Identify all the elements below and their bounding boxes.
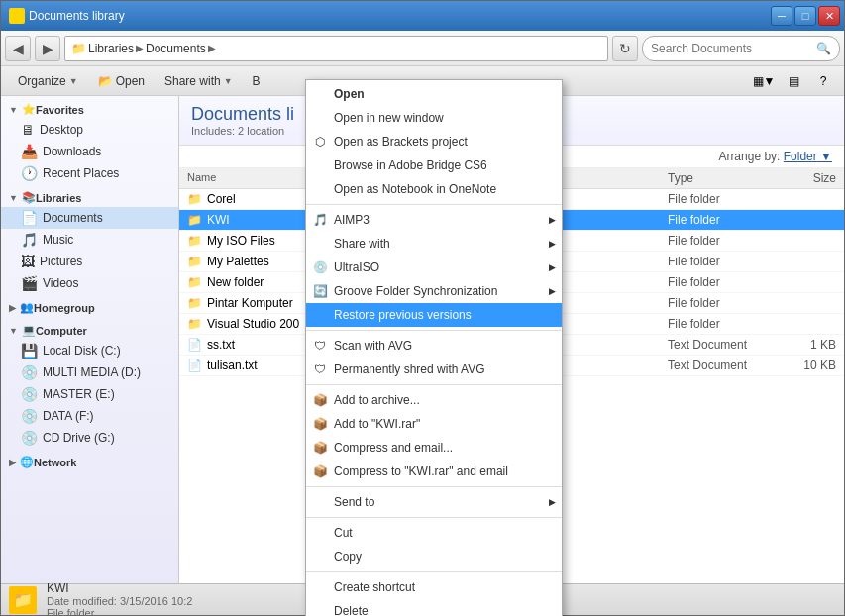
sidebar-section-computer: ▼ 💻 Computer 💾 Local Disk (C:) 💿 MULTI M… <box>1 321 178 449</box>
cm-item-label: Open in new window <box>334 111 444 125</box>
media-d-icon: 💿 <box>21 364 38 380</box>
sidebar-item-cd-g[interactable]: 💿 CD Drive (G:) <box>1 427 178 449</box>
sidebar-header-homegroup[interactable]: ▶ 👥 Homegroup <box>1 298 178 317</box>
sidebar-item-pictures[interactable]: 🖼 Pictures <box>1 251 178 272</box>
help-button[interactable]: ? <box>810 69 836 93</box>
cm-item-icon <box>312 110 328 126</box>
context-menu-separator <box>306 571 562 572</box>
arrange-by-button[interactable]: Folder ▼ <box>784 150 832 163</box>
context-menu-item-open-brackets[interactable]: ⬡ Open as Brackets project <box>306 130 562 154</box>
sidebar-item-master-e[interactable]: 💿 MASTER (E:) <box>1 383 178 405</box>
context-menu-item-restore-versions[interactable]: Restore previous versions <box>306 303 562 327</box>
sidebar-item-recent[interactable]: 🕐 Recent Places <box>1 162 178 184</box>
file-name-text: tulisan.txt <box>207 359 258 372</box>
open-button[interactable]: 📂 Open <box>89 69 154 93</box>
downloads-icon: 📥 <box>21 144 38 159</box>
cm-item-icon <box>312 549 328 565</box>
breadcrumb-documents: Documents <box>146 42 206 55</box>
address-bar[interactable]: 📁 Libraries ▶ Documents ▶ <box>64 36 608 61</box>
sidebar-item-documents[interactable]: 📄 Documents <box>1 207 178 229</box>
sidebar-section-libraries: ▼ 📚 Libraries 📄 Documents 🎵 Music 🖼 Pict… <box>1 188 178 294</box>
sidebar-header-favorites[interactable]: ▼ ⭐ Favorites <box>1 100 178 119</box>
refresh-button[interactable]: ↻ <box>612 36 638 61</box>
sidebar-item-downloads[interactable]: 📥 Downloads <box>1 141 178 162</box>
view-options-button[interactable]: ▦▼ <box>751 69 777 93</box>
context-menu-item-open[interactable]: Open <box>306 82 562 106</box>
cm-item-label: Add to archive... <box>334 393 420 407</box>
homegroup-icon: 👥 <box>20 301 34 314</box>
nav-toolbar: ◀ ▶ 📁 Libraries ▶ Documents ▶ ↻ 🔍 <box>1 31 844 66</box>
share-dropdown-icon: ▼ <box>224 76 233 86</box>
context-menu-item-compress-kwi-email[interactable]: 📦 Compress to "KWI.rar" and email <box>306 460 562 483</box>
context-menu-item-groove-sync[interactable]: 🔄 Groove Folder Synchronization <box>306 279 562 303</box>
sidebar-item-local-c[interactable]: 💾 Local Disk (C:) <box>1 340 178 361</box>
context-menu-item-cut[interactable]: Cut <box>306 521 562 545</box>
cm-item-label: Groove Folder Synchronization <box>334 284 497 298</box>
search-box[interactable]: 🔍 <box>642 36 840 61</box>
file-type: File folder <box>668 275 767 289</box>
sidebar-item-desktop[interactable]: 🖥 Desktop <box>1 119 178 141</box>
file-icon: 📁 <box>187 296 202 310</box>
sidebar-item-media-d[interactable]: 💿 MULTI MEDIA (D:) <box>1 361 178 383</box>
window: Documents library ─ □ ✕ ◀ ▶ 📁 Libraries … <box>0 0 845 616</box>
context-menu-item-compress-email[interactable]: 📦 Compress and email... <box>306 436 562 460</box>
maximize-button[interactable]: □ <box>794 6 816 26</box>
cm-item-label: Restore previous versions <box>334 308 472 322</box>
context-menu-item-open-onenote[interactable]: Open as Notebook in OneNote <box>306 177 562 201</box>
context-menu-item-send-to[interactable]: Send to <box>306 490 562 514</box>
cd-g-icon: 💿 <box>21 430 38 446</box>
sidebar-item-videos[interactable]: 🎬 Videos <box>1 272 178 294</box>
status-selected-name: KWI <box>47 581 192 595</box>
context-menu-item-add-archive[interactable]: 📦 Add to archive... <box>306 388 562 412</box>
context-menu-item-shred-avg[interactable]: 🛡 Permanently shred with AVG <box>306 358 562 381</box>
context-menu-item-open-new-window[interactable]: Open in new window <box>306 106 562 130</box>
close-button[interactable]: ✕ <box>818 6 840 26</box>
preview-pane-button[interactable]: ▤ <box>781 69 806 93</box>
back-button[interactable]: ◀ <box>5 36 31 61</box>
search-icon: 🔍 <box>816 42 831 55</box>
context-menu-item-copy[interactable]: Copy <box>306 545 562 568</box>
sidebar-header-computer[interactable]: ▼ 💻 Computer <box>1 321 178 340</box>
share-with-button[interactable]: Share with ▼ <box>156 69 242 93</box>
cm-item-label: Copy <box>334 550 362 564</box>
organize-button[interactable]: Organize ▼ <box>9 69 87 93</box>
status-selected-date: Date modified: 3/15/2016 10:2 <box>47 595 192 607</box>
context-menu-separator <box>306 486 562 487</box>
file-name-text: New folder <box>207 275 264 289</box>
context-menu-separator <box>306 517 562 518</box>
cm-item-icon: ⬡ <box>312 134 328 150</box>
file-type: Text Document <box>668 338 767 352</box>
sidebar-item-music[interactable]: 🎵 Music <box>1 229 178 251</box>
open-icon: 📂 <box>98 74 113 88</box>
file-size: 1 KB <box>767 338 836 352</box>
data-f-icon: 💿 <box>21 408 38 424</box>
organize-dropdown-icon: ▼ <box>69 76 78 86</box>
file-name-text: My ISO Files <box>207 234 275 248</box>
libraries-icon: 📚 <box>22 191 36 204</box>
file-type: File folder <box>668 317 767 331</box>
cm-item-label: Compress and email... <box>334 441 453 455</box>
context-menu-item-share-with[interactable]: Share with <box>306 232 562 256</box>
context-menu-item-aimp3[interactable]: 🎵 AIMP3 <box>306 208 562 232</box>
file-icon: 📁 <box>187 255 202 268</box>
cm-item-icon <box>312 86 328 102</box>
computer-icon: 💻 <box>22 324 36 337</box>
context-menu-item-delete[interactable]: Delete <box>306 599 562 616</box>
context-menu-item-create-shortcut[interactable]: Create shortcut <box>306 575 562 599</box>
videos-icon: 🎬 <box>21 275 38 291</box>
window-icon <box>9 8 25 24</box>
sidebar-item-data-f[interactable]: 💿 DATA (F:) <box>1 405 178 427</box>
sidebar-header-network[interactable]: ▶ 🌐 Network <box>1 453 178 471</box>
search-input[interactable] <box>651 42 812 55</box>
context-menu-item-browse-bridge[interactable]: Browse in Adobe Bridge CS6 <box>306 154 562 177</box>
context-menu-item-add-kwi-rar[interactable]: 📦 Add to "KWI.rar" <box>306 412 562 436</box>
forward-button[interactable]: ▶ <box>35 36 60 61</box>
folder-icon: 📁 <box>71 42 86 55</box>
cm-item-icon <box>312 525 328 541</box>
context-menu-item-scan-avg[interactable]: 🛡 Scan with AVG <box>306 334 562 358</box>
file-name-text: Corel <box>207 192 236 206</box>
sidebar-header-libraries[interactable]: ▼ 📚 Libraries <box>1 188 178 207</box>
minimize-button[interactable]: ─ <box>771 6 792 26</box>
context-menu-item-ultraiso[interactable]: 💿 UltraISO <box>306 256 562 279</box>
burn-button[interactable]: B <box>244 69 269 93</box>
